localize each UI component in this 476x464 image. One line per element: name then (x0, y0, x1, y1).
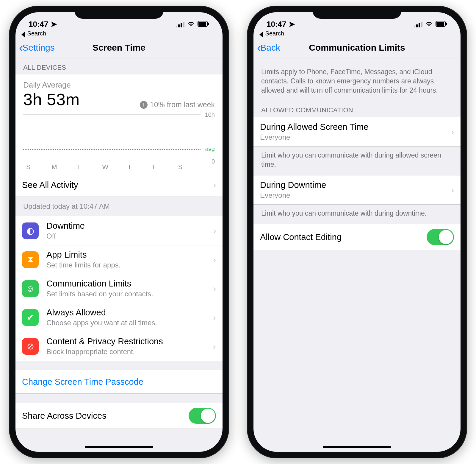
row-during-screen-time[interactable]: During Allowed Screen Time Everyone › (253, 117, 461, 146)
chevron-right-icon: › (213, 284, 216, 294)
chart-avg-label: avg (205, 146, 215, 152)
share-toggle[interactable] (189, 408, 216, 424)
chevron-right-icon: › (213, 180, 216, 190)
breadcrumb[interactable]: ◀ Search (15, 30, 223, 37)
status-right (176, 20, 209, 29)
svg-rect-4 (436, 22, 444, 26)
row-title: Content & Privacy Restrictions (46, 337, 213, 346)
change-passcode-row[interactable]: Change Screen Time Passcode (15, 370, 223, 393)
chart-ymax-label: 10h (205, 111, 215, 118)
svg-rect-5 (446, 23, 447, 25)
section-header-all-devices: ALL DEVICES (15, 58, 223, 74)
chevron-right-icon: › (213, 312, 216, 323)
home-indicator[interactable] (323, 446, 391, 448)
row-footer: Limit who you can communicate with durin… (253, 205, 461, 224)
chevron-right-icon: › (451, 127, 454, 137)
battery-icon (436, 20, 447, 29)
back-label: Settings (22, 43, 54, 53)
row-sub: Everyone (260, 191, 451, 200)
summary-delta-label: 10% from last week (150, 100, 215, 109)
breadcrumb-label: Search (265, 30, 284, 37)
nav-bar: ‹ Back Communication Limits (253, 37, 461, 58)
summary-value: 3h 53m (23, 90, 80, 109)
battery-icon (198, 20, 209, 29)
device-notch (74, 6, 164, 19)
row-footer: Limit who you can communicate with durin… (253, 147, 461, 175)
row-title: During Allowed Screen Time (260, 122, 451, 132)
back-label: Back (260, 43, 280, 53)
section-header-allowed: ALLOWED COMMUNICATION (253, 101, 461, 117)
intro-text: Limits apply to Phone, FaceTime, Message… (253, 58, 461, 101)
option-communication-limits[interactable]: ☺ Communication Limits Set limits based … (15, 274, 223, 303)
row-sub: Everyone (260, 133, 451, 141)
row-sub: Choose apps you want at all times. (46, 319, 213, 327)
hourglass-icon: ⧗ (22, 251, 39, 268)
summary-label: Daily Average (23, 80, 215, 90)
row-sub: Set limits based on your contacts. (46, 290, 213, 298)
nav-bar: ‹ Settings Screen Time (15, 37, 223, 58)
downtime-icon: ◐ (22, 222, 39, 239)
back-button[interactable]: ‹ Back (257, 43, 280, 53)
back-button[interactable]: ‹ Settings (19, 43, 55, 53)
clock-label: 10:47 (29, 20, 48, 29)
row-during-downtime[interactable]: During Downtime Everyone › (253, 175, 461, 204)
arrow-up-icon: ↑ (140, 101, 148, 109)
row-sub: Block inappropriate content. (46, 348, 213, 356)
passcode-label: Change Screen Time Passcode (22, 377, 216, 387)
share-label: Share Across Devices (22, 411, 189, 421)
wifi-icon (425, 20, 433, 29)
usage-summary[interactable]: Daily Average 3h 53m ↑ 10% from last wee… (15, 74, 223, 173)
screen-right: 10:47 ➤ ◀ Search ‹ Back (253, 12, 461, 452)
chart-ymin-label: 0 (212, 158, 215, 165)
page-title: Communication Limits (253, 43, 461, 53)
option-always-allowed[interactable]: ✔ Always Allowed Choose apps you want at… (15, 303, 223, 332)
location-icon: ➤ (289, 20, 295, 29)
option-app-limits[interactable]: ⧗ App Limits Set time limits for apps. › (15, 245, 223, 274)
row-sub: Set time limits for apps. (46, 261, 213, 269)
no-entry-icon: ⊘ (22, 338, 39, 355)
option-downtime[interactable]: ◐ Downtime Off › (15, 216, 223, 245)
option-content-restrictions[interactable]: ⊘ Content & Privacy Restrictions Block i… (15, 332, 223, 361)
screen-left: 10:47 ➤ ◀ Search ‹ Settings (15, 12, 223, 452)
contact-icon: ☺ (22, 280, 39, 297)
chevron-right-icon: › (213, 226, 216, 236)
usage-chart: avg 10h 0 SMTWTFS (23, 114, 215, 171)
wifi-icon (187, 20, 195, 29)
summary-delta: ↑ 10% from last week (140, 100, 215, 109)
breadcrumb-caret-icon: ◀ (21, 29, 25, 38)
svg-rect-1 (198, 22, 206, 26)
chevron-right-icon: › (213, 255, 216, 265)
status-time: 10:47 ➤ (29, 20, 57, 29)
breadcrumb-label: Search (27, 30, 46, 37)
breadcrumb[interactable]: ◀ Search (253, 30, 461, 37)
chevron-right-icon: › (213, 341, 216, 351)
device-notch (312, 6, 402, 19)
status-time: 10:47 ➤ (267, 20, 295, 29)
location-icon: ➤ (51, 20, 57, 29)
see-all-activity-row[interactable]: See All Activity › (15, 173, 223, 197)
svg-rect-2 (208, 23, 209, 25)
breadcrumb-caret-icon: ◀ (259, 29, 263, 38)
row-title: Communication Limits (46, 279, 213, 289)
options-list: ◐ Downtime Off › ⧗ App Limits Set time l… (15, 216, 223, 361)
row-title: App Limits (46, 250, 213, 260)
row-allow-contact-editing[interactable]: Allow Contact Editing (253, 224, 461, 250)
row-title: Allow Contact Editing (260, 232, 427, 242)
phone-right: 10:47 ➤ ◀ Search ‹ Back (247, 6, 467, 458)
cellular-icon (176, 21, 184, 27)
chevron-right-icon: › (451, 185, 454, 195)
check-badge-icon: ✔ (22, 309, 39, 326)
share-across-devices-row[interactable]: Share Across Devices (15, 403, 223, 429)
cellular-icon (414, 21, 422, 27)
contact-editing-toggle[interactable] (427, 229, 454, 245)
row-title: During Downtime (260, 180, 451, 190)
updated-label: Updated today at 10:47 AM (15, 197, 223, 216)
home-indicator[interactable] (85, 446, 153, 448)
phone-left: 10:47 ➤ ◀ Search ‹ Settings (9, 6, 229, 458)
see-all-label: See All Activity (22, 180, 213, 190)
status-right (414, 20, 447, 29)
row-title: Always Allowed (46, 308, 213, 317)
clock-label: 10:47 (267, 20, 286, 29)
row-title: Downtime (46, 221, 213, 231)
row-sub: Off (46, 232, 213, 240)
